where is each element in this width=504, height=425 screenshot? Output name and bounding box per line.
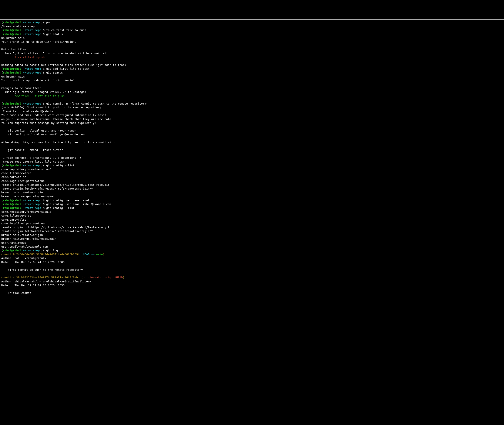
prompt-dollar: $ [43, 199, 46, 202]
prompt-user-host: rahul@rahul [3, 21, 21, 24]
terminal-line: branch.main.merge=refs/heads/main [1, 237, 503, 241]
terminal-line: [rahul@rahul:~/test-repo]$ git status [1, 32, 503, 36]
terminal-line: core.filemode=true [1, 214, 503, 218]
prompt-bracket-close: ] [41, 21, 43, 24]
terminal-line: core.repositoryformatversion=0 [1, 167, 503, 171]
prompt-dollar: $ [43, 249, 46, 252]
prompt-path: ~/test-repo [23, 67, 41, 70]
terminal-line [1, 144, 503, 148]
terminal-line: create mode 100644 first-file-to-push [1, 160, 503, 164]
terminal-line: nothing added to commit but untracked fi… [1, 63, 503, 67]
terminal-line: core.logallrefupdates=true [1, 222, 503, 226]
terminal-line: remote.origin.url=https://github.com/shi… [1, 226, 503, 229]
command-text: touch first-file-to-push [46, 28, 86, 32]
terminal-line: You can suppress this message by setting… [1, 121, 503, 125]
prompt-bracket-close: ] [41, 164, 43, 167]
prompt-bracket-open: [ [1, 164, 3, 167]
prompt-colon: : [21, 206, 23, 210]
terminal-line: branch.main.merge=refs/heads/main [1, 194, 503, 198]
prompt-bracket-open: [ [1, 249, 3, 252]
prompt-path: ~/test-repo [23, 71, 41, 74]
prompt-bracket-open: [ [1, 203, 3, 206]
prompt-bracket-close: ] [41, 102, 43, 105]
terminal-line: Untracked files: [1, 48, 503, 51]
prompt-user-host: rahul@rahul [3, 102, 21, 105]
paren-close: ) [103, 253, 104, 256]
paren-open: ( [81, 253, 83, 256]
terminal-line: remote.origin.url=https://github.com/shi… [1, 183, 503, 187]
terminal-line: git config --global user.email you@examp… [1, 133, 503, 136]
prompt-bracket-open: [ [1, 199, 3, 202]
prompt-bracket-open: [ [1, 206, 3, 210]
terminal-line: (use "git add <file>..." to include in w… [1, 51, 503, 55]
terminal-line: Your branch is up to date with 'origin/m… [1, 40, 503, 44]
command-text: git log [46, 249, 58, 252]
prompt-user-host: rahul@rahul [3, 33, 21, 36]
prompt-bracket-open: [ [1, 67, 3, 70]
terminal-line [1, 287, 503, 291]
terminal-line: remote.origin.fetch=+refs/heads/*:refs/r… [1, 229, 503, 233]
command-text: git config user.email rahul@example.com [46, 203, 111, 206]
terminal-line: git commit --amend --reset-author [1, 148, 503, 152]
command-text: pwd [46, 21, 51, 24]
prompt-user-host: rahul@rahul [3, 67, 21, 70]
prompt-bracket-open: [ [1, 28, 3, 32]
ref-branch: main [96, 253, 103, 256]
prompt-path: ~/test-repo [23, 249, 41, 252]
prompt-user-host: rahul@rahul [3, 28, 21, 32]
prompt-bracket-close: ] [41, 206, 43, 210]
terminal-line: core.repositoryformatversion=0 [1, 210, 503, 214]
prompt-dollar: $ [43, 102, 46, 105]
prompt-bracket-close: ] [41, 71, 43, 74]
prompt-dollar: $ [43, 203, 46, 206]
prompt-colon: : [21, 67, 23, 70]
prompt-dollar: $ [43, 67, 46, 70]
terminal-line: [rahul@rahul:~/test-repo]$ git add first… [1, 67, 503, 71]
terminal-line: [rahul@rahul:~/test-repo]$ pwd [1, 21, 503, 24]
terminal-line [1, 44, 503, 48]
prompt-user-host: rahul@rahul [3, 164, 21, 167]
prompt-path: ~/test-repo [23, 21, 41, 24]
terminal-line: new file: first-file-to-push [1, 94, 503, 98]
terminal-line: core.bare=false [1, 218, 503, 222]
prompt-dollar: $ [43, 33, 46, 36]
command-text: git status [46, 71, 63, 74]
terminal-line: Date: Thu Dec 17 05:41:13 2020 +0000 [1, 260, 503, 264]
terminal-line: commit cb39cb692333bac9f0887fd588a07ac26… [1, 276, 503, 279]
terminal-line: Initial commit [1, 291, 503, 295]
prompt-colon: : [21, 28, 23, 32]
prompt-colon: : [21, 21, 23, 24]
prompt-path: ~/test-repo [23, 28, 41, 32]
prompt-dollar: $ [43, 28, 46, 32]
terminal-line: On branch main [1, 75, 503, 79]
prompt-colon: : [21, 33, 23, 36]
ref-origin-head: origin/HEAD [104, 276, 123, 279]
prompt-colon: : [21, 71, 23, 74]
terminal-line [1, 152, 503, 156]
prompt-bracket-close: ] [41, 67, 43, 70]
command-text: git status [46, 33, 63, 36]
terminal-line: [rahul@rahul:~/test-repo]$ git commit -m… [1, 102, 503, 106]
terminal-line [1, 98, 503, 102]
prompt-bracket-open: [ [1, 33, 3, 36]
terminal-line: Author: rahul <rahul@rahul> [1, 256, 503, 260]
terminal-window[interactable]: [rahul@rahul:~/test-repo]$ pwd/home/rahu… [0, 19, 504, 296]
command-text: git config --list [46, 206, 75, 210]
prompt-user-host: rahul@rahul [3, 199, 21, 202]
terminal-line: [rahul@rahul:~/test-repo]$ git config --… [1, 206, 503, 210]
terminal-line [1, 82, 503, 86]
prompt-path: ~/test-repo [23, 33, 41, 36]
command-text: git add first-file-to-push [46, 67, 89, 70]
ref-origin-main: origin/main [83, 276, 101, 279]
command-text: git config user.name rahul [46, 199, 89, 202]
comma: , [101, 276, 105, 279]
terminal-line: branch.main.remote=origin [1, 233, 503, 237]
terminal-line: [rahul@rahul:~/test-repo]$ git config --… [1, 164, 503, 167]
terminal-line: On branch main [1, 36, 503, 40]
commit-hash: commit cb39cb692333bac9f0887fd588a07ac26… [1, 276, 81, 279]
terminal-line: on your username and hostname. Please ch… [1, 117, 503, 121]
prompt-colon: : [21, 203, 23, 206]
prompt-path: ~/test-repo [23, 102, 41, 105]
terminal-line: (use "git restore --staged <file>..." to… [1, 90, 503, 94]
terminal-line: 1 file changed, 0 insertions(+), 0 delet… [1, 156, 503, 160]
